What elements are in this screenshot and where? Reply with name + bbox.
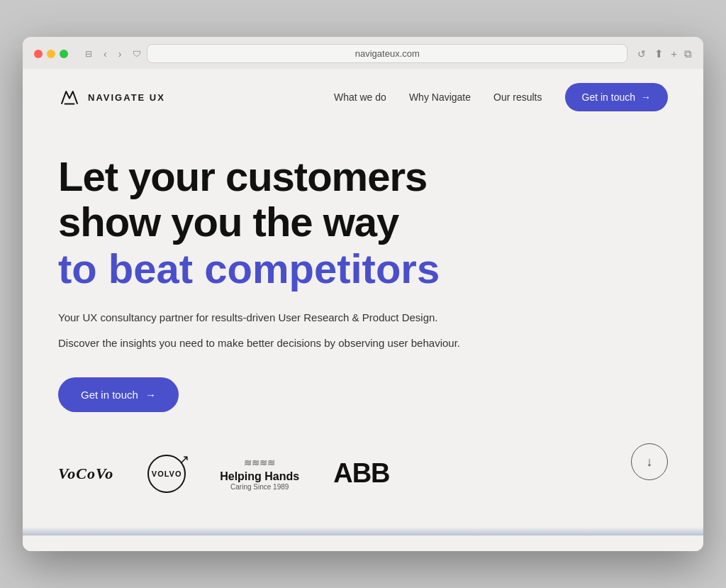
vocovo-logo: VoCoVo [58,465,113,483]
hero-cta-label: Get in touch [81,389,138,401]
browser-window: ⊟ ‹ › 🛡 navigateux.com ↺ ⬆ + ⧉ [23,37,703,551]
scroll-down-button[interactable]: ↓ [631,443,668,480]
abb-logo: ABB [333,458,389,489]
hero-section: Let your customers show you the way to b… [23,126,703,426]
browser-controls: ⊟ ‹ › [82,47,124,61]
close-button[interactable] [34,50,43,58]
client-logos: VoCoVo VOLVO ↗ ≋≋≋≋ Helping Hands Caring… [23,426,703,514]
volvo-logo: VOLVO ↗ [147,455,186,493]
scroll-down-icon: ↓ [647,455,653,470]
page-content: NAVIGATE UX What we do Why Navigate Our … [23,69,703,551]
back-button[interactable]: ‹ [101,47,110,61]
helping-hands-logo: ≋≋≋≋ Helping Hands Caring Since 1989 [220,455,299,491]
logo-text: NAVIGATE UX [88,92,165,103]
volvo-circle: VOLVO ↗ [147,455,186,493]
shield-icon: 🛡 [133,49,141,59]
nav-get-in-touch-button[interactable]: Get in touch → [565,83,669,111]
navbar: NAVIGATE UX What we do Why Navigate Our … [23,69,703,126]
share-button[interactable]: ⬆ [654,48,664,60]
reload-icon[interactable]: ↺ [637,48,646,60]
hero-title-accent: to beat competitors [58,245,668,292]
hero-description-2: Discover the insights you need to make b… [58,335,668,352]
new-tab-button[interactable]: + [671,48,677,60]
url-text: navigateux.com [355,48,420,59]
address-bar[interactable]: navigateux.com [147,44,627,63]
address-bar-container: 🛡 navigateux.com ↺ [133,44,646,63]
logo: NAVIGATE UX [58,86,165,109]
nav-link-why-navigate[interactable]: Why Navigate [409,91,471,103]
forward-button[interactable]: › [116,47,125,61]
hero-cta-arrow: → [145,389,156,401]
nav-link-our-results[interactable]: Our results [493,91,542,103]
maximize-button[interactable] [60,50,68,58]
hero-get-in-touch-button[interactable]: Get in touch → [58,377,179,412]
nav-cta-arrow: → [641,91,651,103]
hero-title-line1: Let your customers show you the way [58,153,427,245]
logo-icon [58,86,81,109]
nav-links: What we do Why Navigate Our results Get … [334,83,668,111]
browser-chrome: ⊟ ‹ › 🛡 navigateux.com ↺ ⬆ + ⧉ [23,37,703,69]
nav-cta-label: Get in touch [582,91,636,103]
hero-description-1: Your UX consultancy partner for results-… [58,309,668,326]
browser-actions: ⬆ + ⧉ [654,48,692,60]
browser-top-bar: ⊟ ‹ › 🛡 navigateux.com ↺ ⬆ + ⧉ [34,44,692,69]
tile-button[interactable]: ⊟ [82,48,95,60]
nav-link-what-we-do[interactable]: What we do [334,91,386,103]
traffic-lights [34,50,68,58]
tab-overview-button[interactable]: ⧉ [684,48,692,60]
page-bottom-strip [23,514,703,536]
minimize-button[interactable] [47,50,55,58]
hero-title: Let your customers show you the way to b… [58,154,668,292]
volvo-arrow-icon: ↗ [179,452,190,467]
